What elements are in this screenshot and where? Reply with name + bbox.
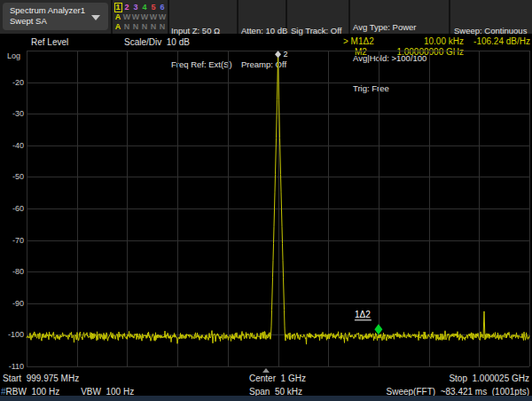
y-axis-label: -80 [2, 267, 24, 276]
marker-delta-freq: 10.00 kHz [424, 36, 464, 46]
trace-3-indicator[interactable]: 3WN [131, 3, 140, 32]
y-axis-label: -40 [2, 141, 24, 150]
y-axis-label: -70 [2, 236, 24, 245]
y-axis-label: -20 [2, 78, 24, 87]
y-axis-label: -110 [2, 362, 24, 371]
start-freq-label[interactable]: Start 999.975 MHz [3, 373, 79, 383]
center-freq-tick-icon [262, 368, 270, 373]
trace-4-indicator[interactable]: 4WN [140, 3, 149, 32]
toolbar-divider [168, 0, 169, 34]
spectrum-analyzer-screen: Spectrum Analyzer1 Swept SA 1AA2WN3WN4WN… [0, 0, 532, 401]
trace-1 [27, 55, 529, 344]
bottom-status-strip [0, 396, 532, 401]
y-axis-label: -30 [2, 109, 24, 118]
sig-track-readout: Sig Track: Off [291, 26, 341, 37]
ref-level-label[interactable]: Ref Level [31, 37, 68, 47]
y-axis-label: -60 [2, 204, 24, 213]
mode-title: Spectrum Analyzer1 [10, 5, 101, 16]
y-axis-label: -90 [2, 299, 24, 308]
toolbar-divider [237, 0, 239, 34]
marker-2-diamond[interactable] [275, 51, 281, 58]
scale-div-label[interactable]: Scale/Div 10 dB [124, 37, 190, 47]
atten-readout: Atten: 10 dB [241, 26, 287, 37]
center-freq-label[interactable]: Center 1 GHz [249, 373, 306, 383]
trace-2-indicator[interactable]: 2WN [122, 3, 131, 32]
mode-subtitle: Swept SA [10, 16, 101, 27]
log-scale-label: Log [7, 51, 20, 60]
sweep-mode-readout: Sweep: Continuous [454, 26, 527, 37]
y-axis-label: -50 [2, 172, 24, 181]
input-z-readout: Input Z: 50 Ω [171, 26, 232, 37]
marker-delta-amp: -106.24 dB/Hz [473, 36, 530, 46]
marker-1delta2-label: 1Δ2 [355, 310, 371, 319]
toolbar-divider [111, 0, 113, 34]
marker-delta-name[interactable]: > M1Δ2 [343, 36, 374, 46]
toolbar-divider [449, 0, 450, 34]
stop-freq-label[interactable]: Stop 1.000025 GHz [449, 373, 529, 383]
graticule: 21Δ2 [27, 51, 529, 366]
trace-6-indicator[interactable]: 6WN [158, 3, 167, 32]
trace-5-indicator[interactable]: 5WN [149, 3, 158, 32]
mode-selector[interactable]: Spectrum Analyzer1 Swept SA [3, 3, 108, 30]
avg-type-readout: Avg Type: Power [353, 22, 426, 33]
y-axis-label: -100 [2, 330, 24, 339]
toolbar-divider [348, 0, 350, 34]
trace-status-panel[interactable]: 1AA2WN3WN4WN5WN6WN [113, 3, 167, 32]
top-toolbar: Spectrum Analyzer1 Swept SA 1AA2WN3WN4WN… [0, 0, 532, 34]
chevron-down-icon [91, 15, 100, 20]
marker-2-label: 2 [284, 50, 288, 59]
trace-1-indicator[interactable]: 1AA [113, 3, 122, 32]
